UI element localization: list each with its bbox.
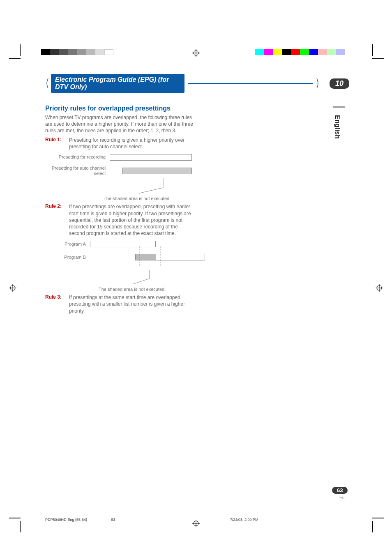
- bracket-close-icon: [316, 78, 320, 89]
- rule-label: Rule 3:: [45, 294, 69, 314]
- crop-top-left-h: [9, 58, 21, 59]
- rule-1-diagram: Presetting for recording Presetting for …: [50, 154, 193, 201]
- thumb-tab-bar: [333, 106, 345, 108]
- registration-mark-bottom: [192, 520, 200, 527]
- rule-body: Presetting for recording is given a high…: [69, 137, 193, 150]
- crop-bot-right-h: [372, 518, 384, 518]
- chapter-title: Electronic Program Guide (EPG) (for DTV …: [51, 74, 184, 93]
- diag-connector-2: [50, 270, 198, 284]
- chapter-number-badge: 10: [330, 78, 349, 89]
- diag-bar-auto: [122, 168, 192, 174]
- diag-bar-program-b-shaded: [136, 254, 156, 260]
- diag-label: Program B: [50, 255, 90, 260]
- bracket-open-icon: [45, 78, 48, 89]
- rule-block-3: Rule 3: If presettings at the same start…: [45, 294, 193, 314]
- color-bar: [255, 49, 345, 55]
- page-lang-label: En: [339, 495, 344, 500]
- rule-label: Rule 2:: [45, 203, 69, 237]
- footer-timestamp: 7/24/03, 2:00 PM: [230, 518, 258, 522]
- rule-body: If presettings at the same start time ar…: [69, 294, 193, 314]
- rule-2-diagram: Program A Program B The shaded a: [50, 241, 193, 292]
- chapter-header: Electronic Program Guide (EPG) (for DTV …: [45, 74, 349, 93]
- registration-mark-top: [192, 49, 200, 57]
- page-content: Electronic Program Guide (EPG) (for DTV …: [45, 74, 349, 314]
- diag-connector-1: [50, 178, 198, 193]
- diag-label: Presetting for recording: [50, 154, 110, 160]
- rule-block-1: Rule 1: Presetting for recording is give…: [45, 137, 193, 150]
- chapter-rule-line: [188, 83, 313, 83]
- registration-mark-right: [376, 284, 383, 292]
- footer-doc-id: PDP5040HD-Eng (56-64): [45, 518, 87, 522]
- section-intro: When preset TV programs are overlapped, …: [45, 114, 193, 134]
- rule-body: If two presettings are overlapped, prese…: [69, 203, 193, 237]
- rule-block-2: Rule 2: If two presettings are overlappe…: [45, 203, 193, 237]
- registration-mark-left: [9, 284, 16, 292]
- crop-bot-right-v: [372, 521, 373, 532]
- rule-label: Rule 1:: [45, 137, 69, 150]
- diag-bar-program-a: [90, 241, 156, 247]
- svg-line-17: [132, 279, 150, 284]
- page-number-badge: 63: [332, 487, 348, 494]
- footer-sheet: 63: [111, 518, 115, 522]
- section-heading: Priority rules for overlapped presetting…: [45, 104, 193, 113]
- main-column: Priority rules for overlapped presetting…: [45, 104, 193, 314]
- crop-bot-left-h: [9, 518, 21, 518]
- diag-caption: The shaded area is not executed.: [104, 196, 193, 201]
- diag-caption: The shaded area is not executed.: [99, 287, 193, 292]
- diag-label: Program A: [50, 242, 90, 247]
- grayscale-bar: [41, 49, 113, 55]
- diag-label: Presetting for auto channel select: [50, 166, 110, 176]
- crop-top-left-v: [20, 44, 21, 56]
- crop-top-right-v: [372, 44, 373, 56]
- language-tab: English: [334, 115, 341, 139]
- crop-bot-left-v: [20, 521, 21, 532]
- crop-top-right-h: [372, 58, 384, 59]
- svg-line-13: [138, 188, 163, 193]
- diag-bar-recording: [110, 154, 192, 161]
